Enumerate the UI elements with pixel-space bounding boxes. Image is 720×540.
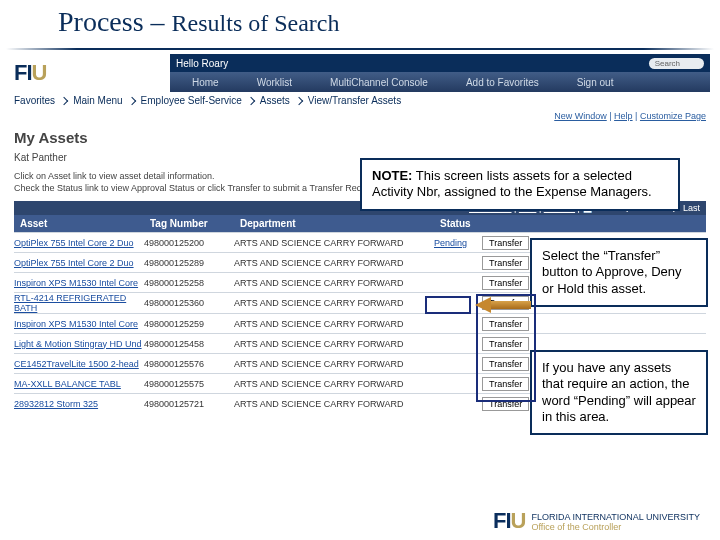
asset-link[interactable]: Light & Motion Stingray HD Und [14, 339, 144, 349]
asset-link[interactable]: OptiPlex 755 Intel Core 2 Duo [14, 258, 144, 268]
cell-tag: 498000125200 [144, 238, 234, 248]
th-tag[interactable]: Tag Number [144, 215, 234, 232]
callout-transfer: Select the “Transfer” button to Approve,… [530, 238, 708, 307]
nav-tabs: Home Worklist MultiChannel Console Add t… [170, 72, 710, 92]
search-input[interactable]: Search [649, 58, 704, 69]
cell-dept: ARTS AND SCIENCE CARRY FORWARD [234, 238, 434, 248]
link-customize[interactable]: Customize Page [640, 111, 706, 121]
asset-link[interactable]: CE1452TravelLite 1500 2-head [14, 359, 144, 369]
note-lead: NOTE: [372, 168, 412, 183]
cell-dept: ARTS AND SCIENCE CARRY FORWARD [234, 359, 434, 369]
asset-link[interactable]: Inspiron XPS M1530 Intel Core [14, 278, 144, 288]
asset-link[interactable]: Inspiron XPS M1530 Intel Core [14, 319, 144, 329]
transfer-button[interactable]: Transfer [482, 236, 529, 250]
nav-mcc[interactable]: MultiChannel Console [330, 77, 428, 88]
cell-dept: ARTS AND SCIENCE CARRY FORWARD [234, 319, 434, 329]
fiu-logo-icon: FIU [14, 60, 46, 86]
chevron-right-icon [60, 96, 68, 104]
asset-link[interactable]: MA-XXLL BALANCE TABL [14, 379, 144, 389]
asset-link[interactable]: 28932812 Storm 325 [14, 399, 144, 409]
crumb-favorites[interactable]: Favorites [14, 95, 55, 106]
chevron-right-icon [295, 96, 303, 104]
nav-favorites[interactable]: Add to Favorites [466, 77, 539, 88]
cell-tag: 498000125259 [144, 319, 234, 329]
link-help[interactable]: Help [614, 111, 633, 121]
cell-dept: ARTS AND SCIENCE CARRY FORWARD [234, 339, 434, 349]
cell-dept: ARTS AND SCIENCE CARRY FORWARD [234, 298, 434, 308]
logo-box: FIU [10, 54, 170, 92]
cell-dept: ARTS AND SCIENCE CARRY FORWARD [234, 278, 434, 288]
top-links: New Window | Help | Customize Page [14, 111, 706, 121]
callout-pending: If you have any assets that require an a… [530, 350, 708, 435]
top-bar: FIU Hello Roary Search Home Worklist Mul… [10, 54, 710, 92]
cell-dept: ARTS AND SCIENCE CARRY FORWARD [234, 379, 434, 389]
cell-tag: 498000125258 [144, 278, 234, 288]
th-asset[interactable]: Asset [14, 215, 144, 232]
page-title: My Assets [14, 129, 706, 146]
nav-home[interactable]: Home [192, 77, 219, 88]
divider [6, 48, 714, 50]
cell-tag: 498000125721 [144, 399, 234, 409]
cell-tag: 498000125458 [144, 339, 234, 349]
cell-tag: 498000125289 [144, 258, 234, 268]
title-main: Process – [58, 6, 165, 37]
crumb-assets[interactable]: Assets [260, 95, 290, 106]
callout-note: NOTE: This screen lists assets for a sel… [360, 158, 680, 211]
title-sub: Results of Search [172, 10, 340, 36]
footer-office: Office of the Controller [531, 522, 700, 532]
cell-dept: ARTS AND SCIENCE CARRY FORWARD [234, 258, 434, 268]
crumb-view[interactable]: View/Transfer Assets [308, 95, 401, 106]
cell-dept: ARTS AND SCIENCE CARRY FORWARD [234, 399, 434, 409]
footer-univ: FLORIDA INTERNATIONAL UNIVERSITY [531, 512, 700, 522]
chevron-right-icon [247, 96, 255, 104]
cell-tag: 498000125575 [144, 379, 234, 389]
nav-signout[interactable]: Sign out [577, 77, 614, 88]
transfer-button[interactable]: Transfer [482, 256, 529, 270]
th-dept[interactable]: Department [234, 215, 434, 232]
asset-link[interactable]: OptiPlex 755 Intel Core 2 Duo [14, 238, 144, 248]
cell-tag: 498000125576 [144, 359, 234, 369]
breadcrumb: Favorites Main Menu Employee Self-Servic… [10, 92, 710, 109]
table-row: Inspiron XPS M1530 Intel Core49800012525… [14, 313, 706, 333]
highlight-pending [425, 296, 471, 314]
cell-status[interactable]: Pending [434, 238, 482, 248]
arrow-icon [475, 298, 531, 312]
nav-worklist[interactable]: Worklist [257, 77, 292, 88]
cell-tag: 498000125360 [144, 298, 234, 308]
link-new-window[interactable]: New Window [554, 111, 607, 121]
crumb-ess[interactable]: Employee Self-Service [141, 95, 242, 106]
slide-title: Process – Results of Search [58, 6, 340, 38]
note-body: This screen lists assets for a selected … [372, 168, 652, 199]
th-status[interactable]: Status [434, 215, 482, 232]
hello-text: Hello Roary [176, 58, 228, 69]
chevron-right-icon [127, 96, 135, 104]
tbl-last[interactable]: Last [683, 203, 700, 213]
footer-logo: FIU FLORIDA INTERNATIONAL UNIVERSITY Off… [493, 508, 700, 534]
fiu-logo-icon: FIU [493, 508, 525, 534]
hello-bar: Hello Roary Search [170, 54, 710, 72]
table-header: Asset Tag Number Department Status [14, 215, 706, 232]
transfer-button[interactable]: Transfer [482, 276, 529, 290]
asset-link[interactable]: RTL-4214 REFRIGERATED BATH [14, 293, 144, 313]
crumb-main[interactable]: Main Menu [73, 95, 122, 106]
